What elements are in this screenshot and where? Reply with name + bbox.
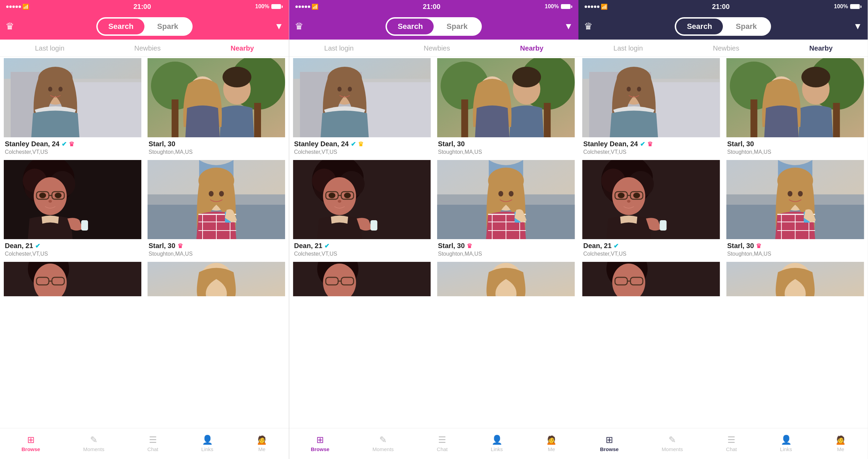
nav-chat-label: Chat [148,446,159,452]
svg-point-79 [328,193,335,198]
profile-card-6-partial[interactable] [145,262,287,296]
phone-screen-purple: 📶 21:00 100% ♛ Search Spark ▼ Last login… [289,0,578,459]
search-toggle-btn[interactable]: Search [98,19,144,34]
signal-dot-1 [6,6,9,8]
nav-chat[interactable]: ☰ Chat [148,435,159,452]
tab-last-login-dark[interactable]: Last login [608,43,649,54]
battery-percent-dark: 100% [834,3,848,10]
profile-card-d5-partial[interactable] [580,262,723,296]
tab-newbies[interactable]: Newbies [129,43,166,54]
filter-icon-dark[interactable]: ▼ [853,21,862,32]
profile-card-d4[interactable]: Starl, 30 ♛ Stoughton,MA,US [724,160,867,260]
profile-scroll-area[interactable]: Stanley Dean, 24 ✔ ♛ Colchester,VT,US [0,57,289,428]
bottom-nav-pink: ⊞ Browse ✎ Moments ☰ Chat 👤 Links 🙍 Me [0,428,289,459]
svg-point-140 [788,191,792,196]
profile-card-p3[interactable]: Dean, 21 ✔ Colchester,VT,US [291,160,433,260]
signal-dots-purple [295,6,310,8]
nav-links-dark[interactable]: 👤 Links [780,435,792,452]
svg-point-127 [612,177,645,215]
search-toggle-btn-dark[interactable]: Search [676,19,723,34]
nav-me[interactable]: 🙍 Me [256,435,267,452]
svg-rect-12 [254,103,261,137]
profile-scroll-area-dark[interactable]: Stanley Dean, 24 ✔ ♛ Colchester,VT,US [578,57,868,428]
tab-newbies-purple[interactable]: Newbies [418,43,456,54]
profile-location-4: Stoughton,MA,US [149,251,284,257]
tab-last-login-purple[interactable]: Last login [319,43,359,54]
nav-browse-purple[interactable]: ⊞ Browse [311,435,329,452]
profile-card-4[interactable]: Starl, 30 ♛ Stoughton,MA,US [145,160,287,260]
verified-p3: ✔ [324,242,329,250]
crown-gold-p1: ♛ [358,140,364,148]
nav-chat-dark[interactable]: ☰ Chat [726,435,737,452]
signal-dot-3 [12,6,15,8]
profile-info-4: Starl, 30 ♛ Stoughton,MA,US [145,239,287,260]
chat-icon-dark: ☰ [727,435,735,445]
app-logo-crown-purple: ♛ [295,21,303,32]
profile-photo-d4 [724,160,867,239]
svg-point-133 [627,200,630,203]
profile-location-d3: Colchester,VT,US [583,251,719,257]
profile-card-p2[interactable]: Starl, 30 Stoughton,MA,US [435,58,577,159]
verified-p1: ✔ [351,140,356,148]
nav-moments[interactable]: ✎ Moments [83,435,105,452]
verified-d3: ✔ [614,242,619,250]
filter-icon-purple[interactable]: ▼ [564,21,573,32]
svg-rect-82 [370,220,377,231]
profile-card-p1[interactable]: Stanley Dean, 24 ✔ ♛ Colchester,VT,US [291,58,433,159]
nav-me-purple[interactable]: 🙍 Me [546,435,557,452]
nav-links[interactable]: 👤 Links [201,435,213,452]
profile-photo-p2 [435,58,577,137]
profile-name-p2: Starl, 30 [438,140,574,148]
spark-toggle-btn[interactable]: Spark [144,19,191,34]
profile-card-d1[interactable]: Stanley Dean, 24 ✔ ♛ Colchester,VT,US [580,58,723,159]
nav-chat-label-dark: Chat [726,446,737,452]
tab-newbies-dark[interactable]: Newbies [707,43,745,54]
nav-browse-dark[interactable]: ⊞ Browse [600,435,619,452]
profile-location-d2: Stoughton,MA,US [727,149,863,155]
nav-links-purple[interactable]: 👤 Links [491,435,503,452]
svg-rect-11 [172,99,178,137]
profile-info-2: Starl, 30 Stoughton,MA,US [145,137,287,159]
tab-nearby-purple[interactable]: Nearby [514,43,549,54]
profile-scroll-area-purple[interactable]: Stanley Dean, 24 ✔ ♛ Colchester,VT,US [289,57,578,428]
profile-card-d3[interactable]: Dean, 21 ✔ Colchester,VT,US [580,160,723,260]
tab-nearby[interactable]: Nearby [225,43,260,54]
signal-dot-2 [9,6,12,8]
app-header-dark: ♛ Search Spark ▼ [578,13,868,40]
profile-card-p5-partial[interactable] [291,262,433,296]
profile-info-p2: Starl, 30 Stoughton,MA,US [435,137,577,159]
search-toggle-btn-purple[interactable]: Search [387,19,434,34]
nav-moments-purple[interactable]: ✎ Moments [372,435,394,452]
nav-me-label-dark: Me [837,446,844,452]
profile-card-p6-partial[interactable] [435,262,577,296]
spark-toggle-btn-purple[interactable]: Spark [434,19,480,34]
verified-d1: ✔ [640,140,645,148]
nav-me-dark[interactable]: 🙍 Me [835,435,846,452]
profile-card-2[interactable]: Starl, 30 Stoughton,MA,US [145,58,287,159]
nav-browse[interactable]: ⊞ Browse [22,435,40,452]
filter-icon[interactable]: ▼ [274,21,283,32]
profile-card-d2[interactable]: Starl, 30 Stoughton,MA,US [724,58,867,159]
nav-chat-purple[interactable]: ☰ Chat [437,435,448,452]
verified-badge-1: ✔ [62,140,67,148]
profile-card-5-partial[interactable] [1,262,144,296]
signal-dot-4 [15,6,18,8]
profile-card-3[interactable]: Dean, 21 ✔ Colchester,VT,US [1,160,144,260]
nav-moments-dark[interactable]: ✎ Moments [662,435,683,452]
search-spark-toggle[interactable]: Search Spark [96,17,193,36]
svg-point-81 [338,200,341,203]
tab-last-login[interactable]: Last login [30,43,70,54]
nav-moments-label-purple: Moments [372,446,394,452]
svg-rect-65 [544,103,551,137]
tab-nearby-dark[interactable]: Nearby [804,43,838,54]
profile-location-p1: Colchester,VT,US [294,149,430,155]
profile-card-d6-partial[interactable] [724,262,867,296]
links-icon-dark: 👤 [781,435,792,445]
crown-badge-p4: ♛ [467,242,472,250]
profile-photo-2 [145,58,287,137]
profile-card-p4[interactable]: Starl, 30 ♛ Stoughton,MA,US [435,160,577,260]
search-spark-toggle-dark[interactable]: Search Spark [675,17,771,36]
search-spark-toggle-purple[interactable]: Search Spark [386,17,482,36]
profile-card-1[interactable]: Stanley Dean, 24 ✔ ♛ Colchester,VT,US [1,58,144,159]
spark-toggle-btn-dark[interactable]: Spark [723,19,770,34]
